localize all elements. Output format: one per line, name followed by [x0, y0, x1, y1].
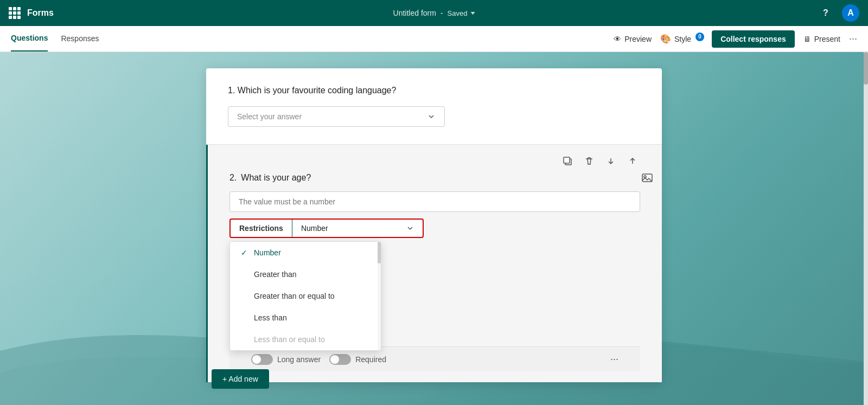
q2-number: 2.: [229, 173, 237, 183]
option-greater-than[interactable]: Greater than: [230, 263, 381, 285]
palette-icon: 🎨: [660, 34, 671, 44]
tab-responses[interactable]: Responses: [61, 26, 99, 52]
saved-label: Saved: [448, 9, 468, 17]
eye-icon: 👁: [614, 35, 621, 43]
required-toggle[interactable]: [329, 354, 351, 365]
preview-button[interactable]: 👁 Preview: [614, 35, 652, 43]
required-toggle-group: Required: [329, 354, 386, 365]
copy-button[interactable]: [560, 153, 575, 169]
menu-scrollbar: [378, 242, 381, 350]
form-title: Untitled form: [393, 9, 436, 17]
dropdown-chevron-icon: [406, 224, 414, 232]
long-answer-toggle[interactable]: [251, 354, 273, 365]
topbar-left: Forms: [9, 7, 54, 19]
app-name: Forms: [27, 8, 54, 18]
monitor-icon: 🖥: [803, 35, 811, 43]
help-button[interactable]: ?: [818, 5, 833, 21]
scroll-thumb[interactable]: [864, 52, 868, 85]
tab-questions[interactable]: Questions: [11, 26, 48, 52]
restrictions-dropdown-menu: ✓ Number Greater than Greater than or eq…: [229, 241, 381, 351]
separator: -: [441, 9, 443, 17]
subnav-right: 👁 Preview 🎨 Style 0 Collect responses 🖥 …: [614, 30, 857, 48]
long-answer-label: Long answer: [277, 355, 321, 364]
delete-button[interactable]: [582, 153, 597, 169]
option-number[interactable]: ✓ Number: [230, 242, 381, 263]
move-up-button[interactable]: [625, 153, 640, 169]
form-container: 1. Which is your favourite coding langua…: [206, 68, 662, 382]
image-button[interactable]: [641, 172, 653, 186]
scrollbar[interactable]: [864, 52, 868, 405]
topbar-center: Untitled form - Saved: [393, 9, 475, 17]
question-more-options[interactable]: ···: [610, 353, 618, 365]
selected-restriction: Number: [301, 224, 328, 233]
long-answer-toggle-group: Long answer: [251, 354, 321, 365]
main-area: 1. Which is your favourite coding langua…: [0, 52, 868, 405]
chevron-down-icon: [427, 112, 436, 121]
q2-toolbar: [229, 153, 640, 169]
q2-label-row: 2. What is your age?: [229, 173, 640, 183]
grid-icon[interactable]: [9, 7, 21, 19]
present-button[interactable]: 🖥 Present: [803, 35, 840, 43]
question-1-section: 1. Which is your favourite coding langua…: [206, 68, 662, 145]
subnav-tabs: Questions Responses: [11, 26, 99, 52]
chevron-down-icon: [470, 12, 475, 15]
question-1-title: 1. Which is your favourite coding langua…: [228, 86, 640, 95]
q1-placeholder: Select your answer: [237, 112, 302, 121]
q2-number-input[interactable]: [229, 191, 640, 212]
restrictions-label: Restrictions: [231, 220, 292, 237]
q1-number: 1.: [228, 86, 235, 95]
style-badge: 0: [695, 33, 704, 41]
move-down-button[interactable]: [603, 153, 618, 169]
style-button[interactable]: 🎨 Style 0: [660, 34, 703, 44]
restrictions-dropdown-trigger[interactable]: Number: [292, 220, 423, 237]
q2-title: What is your age?: [241, 173, 311, 183]
restrictions-wrapper: Restrictions Number ✓ Number Gre: [229, 218, 640, 238]
option-greater-equal[interactable]: Greater than or equal to: [230, 285, 381, 307]
restrictions-box: Restrictions Number: [229, 218, 424, 238]
option-less-than[interactable]: Less than: [230, 307, 381, 329]
required-label: Required: [355, 355, 386, 364]
add-new-button[interactable]: + Add new: [212, 369, 269, 389]
topbar-right: ? A: [818, 4, 859, 22]
question-2-section: 2. What is your age? Restrictions Number: [206, 145, 662, 382]
svg-rect-1: [564, 157, 570, 163]
avatar[interactable]: A: [842, 4, 859, 22]
collect-responses-button[interactable]: Collect responses: [712, 30, 795, 48]
menu-scroll-thumb[interactable]: [378, 242, 381, 263]
topbar: Forms Untitled form - Saved ? A: [0, 0, 868, 26]
q1-text: Which is your favourite coding language?: [238, 86, 397, 95]
q1-answer-dropdown[interactable]: Select your answer: [228, 106, 445, 127]
option-less-equal[interactable]: Less than or equal to: [230, 329, 381, 350]
more-options-button[interactable]: ···: [849, 33, 857, 44]
subnav: Questions Responses 👁 Preview 🎨 Style 0 …: [0, 26, 868, 52]
saved-badge[interactable]: Saved: [448, 9, 475, 17]
check-icon: ✓: [241, 248, 250, 257]
